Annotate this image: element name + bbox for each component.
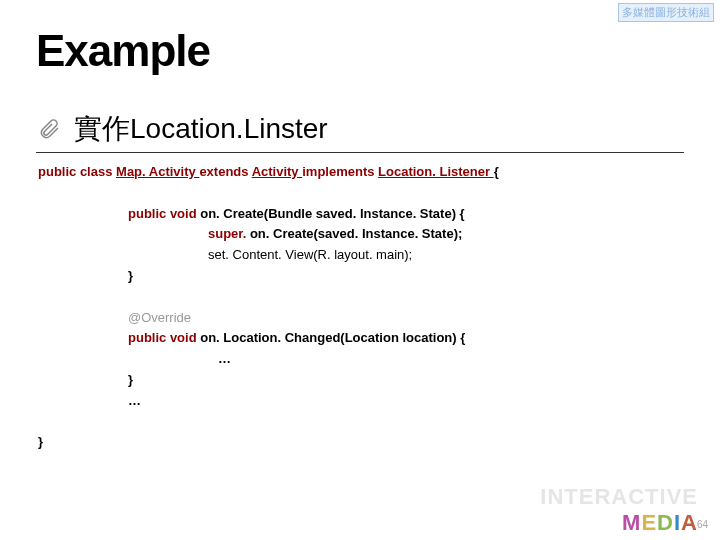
code-line [38,183,682,204]
code-line: … [38,349,682,370]
footer-watermark-interactive: INTERACTIVE [540,484,698,510]
code-block: public class Map. Activity extends Activ… [38,162,682,453]
page-number: 64 [697,519,708,530]
code-line: public class Map. Activity extends Activ… [38,162,682,183]
slide-subtitle: 實作Location.Linster [74,110,328,148]
code-line: super. on. Create(saved. Instance. State… [38,224,682,245]
code-line: set. Content. View(R. layout. main); [38,245,682,266]
footer-watermark-media: MEDIA [622,510,698,536]
code-line: … [38,391,682,412]
header-watermark: 多媒體圖形技術組 [618,3,714,22]
code-line: @Override [38,308,682,329]
slide-title: Example [36,26,210,76]
code-line: public void on. Location. Changed(Locati… [38,328,682,349]
code-line [38,287,682,308]
code-line [38,412,682,433]
code-line: public void on. Create(Bundle saved. Ins… [38,204,682,225]
code-line: } [38,370,682,391]
code-line: } [38,432,682,453]
code-line: } [38,266,682,287]
paperclip-icon [36,115,64,143]
subtitle-row: 實作Location.Linster [36,110,684,153]
